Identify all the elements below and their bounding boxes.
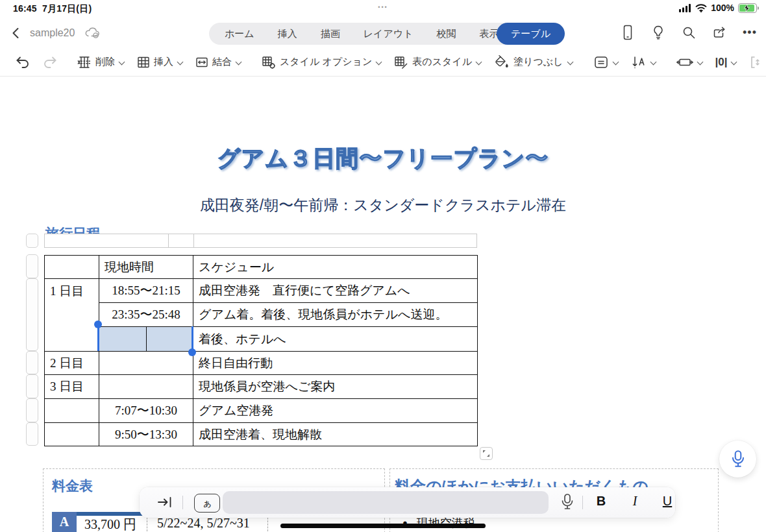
- tab-insert[interactable]: 挿入: [266, 23, 309, 45]
- chevron-down-icon: [697, 60, 704, 65]
- style-options-menu-button[interactable]: スタイル オプション: [256, 53, 388, 71]
- delete-rows-icon: [77, 56, 92, 69]
- table-style-label: 表のスタイル: [412, 56, 472, 68]
- cell-day[interactable]: 3 日目: [45, 375, 99, 399]
- more-options-icon[interactable]: •••: [741, 24, 758, 41]
- selection-edge-left: [97, 326, 99, 351]
- tab-home[interactable]: ホーム: [213, 23, 266, 45]
- dictation-mic-icon[interactable]: [560, 493, 574, 511]
- cell-time-header[interactable]: 現地時間: [99, 256, 193, 279]
- mobile-view-icon[interactable]: [619, 24, 636, 41]
- cell-time[interactable]: 9:50〜13:30: [99, 423, 193, 446]
- document-canvas[interactable]: グアム３日間〜フリープラン〜 成田夜発/朝〜午前帰：スタンダードクラスホテル滞在…: [0, 77, 766, 532]
- row-height-icon: [676, 55, 693, 69]
- cell-schedule-header[interactable]: スケジュール: [193, 256, 478, 279]
- keyboard-bar-divider: [182, 496, 183, 509]
- home-indicator[interactable]: [280, 524, 486, 528]
- cell-day[interactable]: 2 日目: [45, 352, 99, 375]
- candidate-bar[interactable]: [223, 491, 549, 514]
- keyboard-accessory-bar: ぁ B I U: [140, 487, 675, 518]
- selection-handle-bottom-right[interactable]: [188, 348, 196, 356]
- keyboard-bar-divider: [582, 496, 583, 509]
- table-style-menu-button[interactable]: 表のスタイル: [388, 53, 488, 71]
- price-table-heading: 料金表: [52, 477, 93, 495]
- cell-selected[interactable]: [99, 327, 147, 352]
- chevron-down-icon: [731, 60, 737, 65]
- row-handle[interactable]: [26, 422, 38, 446]
- table-row: 1 日目 18:55〜21:15 成田空港発 直行便にて空路グアムへ: [45, 279, 478, 303]
- row-handle[interactable]: [26, 351, 38, 374]
- table-style-icon: [394, 56, 408, 69]
- cell-time[interactable]: [99, 375, 193, 399]
- doc-subtitle: 成田夜発/朝〜午前帰：スタンダードクラスホテル滞在: [0, 195, 766, 215]
- itinerary-table[interactable]: 現地時間 スケジュール 1 日目 18:55〜21:15 成田空港発 直行便にて…: [44, 255, 478, 446]
- cell-desc[interactable]: 成田空港着、現地解散: [193, 423, 478, 446]
- undo-button[interactable]: [9, 53, 36, 72]
- document-title[interactable]: sample20: [30, 27, 75, 39]
- row-handle[interactable]: [26, 254, 38, 278]
- row-handle[interactable]: [26, 374, 38, 398]
- cell-day[interactable]: [45, 423, 99, 446]
- title-bar: sample20 ホーム 挿入 描画 レイアウト 校閲 表示 テーブル: [0, 17, 766, 48]
- share-icon[interactable]: [711, 24, 728, 41]
- underline-button[interactable]: U: [656, 494, 678, 509]
- merge-cells-icon: [195, 56, 208, 69]
- back-button[interactable]: [8, 25, 25, 42]
- cell-day[interactable]: [45, 399, 99, 423]
- cell-desc[interactable]: グアム着。着後、現地係員がホテルへ送迎。: [193, 303, 478, 327]
- cell-alignment-icon: [593, 55, 609, 69]
- table-row: 3 日目 現地係員が空港へご案内: [45, 375, 478, 399]
- chevron-down-icon: [236, 60, 242, 65]
- insert-menu-button[interactable]: 挿入: [131, 53, 190, 71]
- cell-selected[interactable]: [147, 327, 193, 352]
- table-tools-toolbar: 削除 挿入 結合 スタイル オプション: [0, 48, 766, 77]
- fill-menu-button[interactable]: 塗りつぶし: [488, 53, 579, 72]
- selection-handle-top-left[interactable]: [94, 320, 102, 328]
- cell-time[interactable]: 23:35〜25:48: [99, 303, 193, 327]
- cell-time[interactable]: 18:55〜21:15: [99, 279, 193, 303]
- cell-day[interactable]: [45, 256, 99, 279]
- empty-table-row[interactable]: [44, 234, 477, 248]
- cellular-signal-icon: [679, 4, 691, 12]
- cell-desc[interactable]: 現地係員が空港へご案内: [193, 375, 478, 399]
- dictation-fab[interactable]: [719, 441, 756, 478]
- ribbon-tab-strip: ホーム 挿入 描画 レイアウト 校閲 表示: [209, 23, 514, 45]
- autofit-button: セ: [743, 53, 766, 72]
- battery-percent: 100%: [711, 3, 734, 13]
- bold-button[interactable]: B: [590, 494, 612, 509]
- row-handle[interactable]: [26, 398, 38, 422]
- chevron-down-icon: [177, 60, 184, 65]
- merge-menu-button[interactable]: 結合: [190, 53, 248, 71]
- kana-input-button[interactable]: ぁ: [194, 494, 220, 513]
- row-height-button[interactable]: [671, 53, 710, 72]
- fill-label: 塗りつぶし: [513, 56, 563, 68]
- tab-review[interactable]: 校閲: [425, 23, 467, 45]
- cell-margins-button[interactable]: |0|: [710, 53, 744, 71]
- insert-label: 挿入: [154, 56, 173, 68]
- cell-desc[interactable]: グアム空港発: [193, 399, 478, 423]
- cell-desc[interactable]: 着後、ホテルへ: [193, 327, 478, 352]
- cell-time[interactable]: 7:07〜10:30: [99, 399, 193, 423]
- lightbulb-icon[interactable]: [650, 24, 667, 41]
- table-resize-handle[interactable]: [480, 447, 493, 460]
- tab-draw[interactable]: 描画: [309, 23, 352, 45]
- delete-menu-button[interactable]: 削除: [71, 53, 131, 71]
- search-icon[interactable]: [680, 24, 697, 41]
- cell-desc[interactable]: 終日自由行動: [193, 352, 478, 375]
- table-row: 7:07〜10:30 グアム空港発: [45, 399, 478, 423]
- tab-key-icon[interactable]: [156, 495, 173, 509]
- price-value[interactable]: 33,700 円: [84, 516, 136, 532]
- delete-label: 削除: [95, 56, 115, 68]
- cell-desc[interactable]: 成田空港発 直行便にて空路グアムへ: [193, 279, 478, 303]
- tab-table-active[interactable]: テーブル: [497, 23, 565, 45]
- cell-time[interactable]: [99, 352, 193, 375]
- price-dates[interactable]: 5/22~24, 5/27~31: [157, 516, 250, 531]
- cell-alignment-button[interactable]: [587, 53, 625, 72]
- cell-day[interactable]: 1 日目: [45, 279, 99, 352]
- tab-layout[interactable]: レイアウト: [352, 23, 425, 45]
- italic-button[interactable]: I: [624, 494, 646, 509]
- price-row-label[interactable]: A: [52, 512, 77, 532]
- row-handle[interactable]: [26, 278, 38, 351]
- text-direction-button[interactable]: [625, 53, 663, 72]
- row-handle[interactable]: [26, 234, 38, 248]
